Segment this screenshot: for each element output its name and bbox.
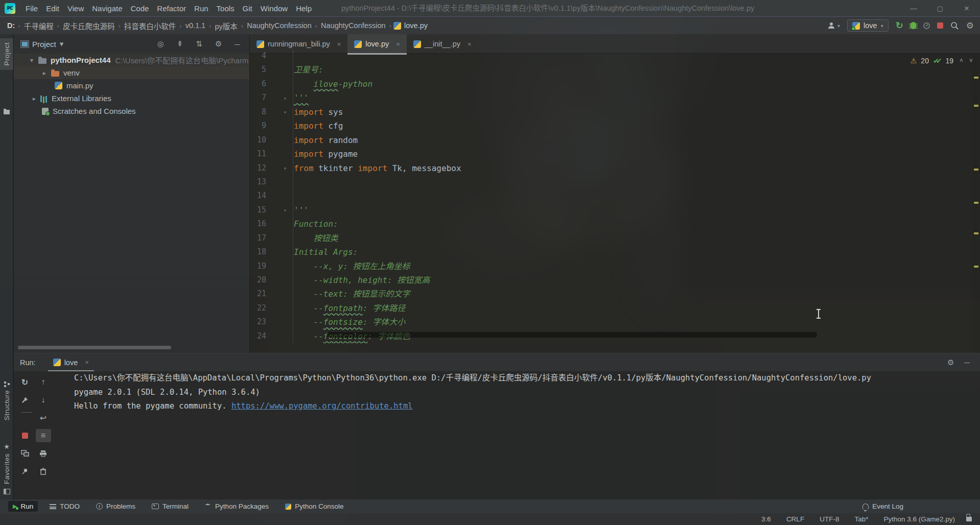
menu-navigate[interactable]: Navigate bbox=[88, 4, 126, 13]
up-stacktrace-button[interactable]: ↑ bbox=[36, 375, 51, 389]
tab-close-icon[interactable]: × bbox=[396, 40, 400, 48]
code-line[interactable]: --fontpath: 字体路径 bbox=[294, 301, 970, 315]
breadcrumb-file[interactable]: love.py bbox=[393, 21, 428, 30]
code-line[interactable]: --fontsize: 字体大小 bbox=[294, 315, 970, 329]
tree-row-scratches[interactable]: Scratches and Consoles bbox=[14, 105, 249, 117]
code-line[interactable] bbox=[294, 189, 970, 203]
line-ending[interactable]: CRLF bbox=[786, 515, 804, 523]
menu-edit[interactable]: Edit bbox=[42, 4, 63, 13]
debug-button[interactable] bbox=[911, 22, 916, 29]
menu-view[interactable]: View bbox=[63, 4, 88, 13]
project-horizontal-scrollbar[interactable] bbox=[18, 346, 171, 349]
run-settings-gear-icon[interactable]: ⚙ bbox=[947, 358, 954, 367]
pygame-contribute-link[interactable]: https://www.pygame.org/contribute.html bbox=[231, 401, 413, 411]
scroll-from-source-icon[interactable]: ⇅ bbox=[196, 39, 202, 49]
breadcrumb-item-3[interactable]: v0.1.1 bbox=[184, 21, 207, 30]
menu-file[interactable]: File bbox=[21, 4, 42, 13]
rerun-program-button[interactable]: ↻ bbox=[17, 375, 33, 389]
editor-horizontal-scrollbar[interactable] bbox=[326, 332, 817, 338]
menu-help[interactable]: Help bbox=[292, 4, 316, 13]
menu-code[interactable]: Code bbox=[126, 4, 153, 13]
run-tab-close-icon[interactable]: × bbox=[85, 359, 89, 366]
fold-marker-icon[interactable]: ▾ bbox=[284, 161, 287, 175]
code-line[interactable]: import random bbox=[294, 133, 970, 147]
hide-panel-icon[interactable]: ─ bbox=[235, 40, 240, 49]
tree-row-external-libraries[interactable]: ▸ External Libraries bbox=[14, 92, 249, 105]
menu-run[interactable]: Run bbox=[190, 4, 213, 13]
stop-process-button[interactable] bbox=[17, 429, 33, 442]
stripe-structure-button[interactable]: Structure bbox=[0, 381, 13, 420]
file-encoding[interactable]: UTF-8 bbox=[820, 515, 839, 523]
indent-style[interactable]: Tab* bbox=[854, 515, 868, 523]
code-line[interactable]: ''' bbox=[294, 91, 970, 105]
code-line[interactable]: import pygame bbox=[294, 147, 970, 161]
toolwin-run-button[interactable]: ▶ Run bbox=[8, 501, 38, 512]
close-button[interactable]: ✕ bbox=[953, 5, 980, 12]
python-interpreter[interactable]: Python 3.6 (Game2.py) bbox=[883, 515, 955, 523]
tool-window-toggle-icon[interactable] bbox=[4, 489, 10, 494]
toolwin-terminal-button[interactable]: Terminal bbox=[147, 501, 193, 512]
clear-console-button[interactable] bbox=[36, 465, 51, 478]
code-line[interactable]: from tkinter import Tk, messagebox bbox=[294, 161, 970, 175]
scroll-to-end-button[interactable]: ≡ bbox=[36, 429, 51, 442]
caret-position[interactable]: 3:6 bbox=[761, 515, 771, 523]
breadcrumb-item-4[interactable]: py版本 bbox=[214, 20, 239, 31]
menu-git[interactable]: Git bbox=[239, 4, 256, 13]
breadcrumb-item-2[interactable]: 抖音表白小软件 bbox=[123, 20, 178, 31]
modify-run-config-button[interactable] bbox=[17, 393, 33, 407]
run-console-output[interactable]: C:\Users\你不配拥有这台电脑\AppData\Local\Program… bbox=[61, 371, 972, 495]
tree-row-main-py[interactable]: main.py bbox=[14, 79, 249, 92]
stripe-favorites-button[interactable]: ★ Favorites bbox=[0, 443, 13, 484]
code-line[interactable]: 按钮类 bbox=[294, 231, 970, 245]
code-line[interactable]: --text: 按钮显示的文字 bbox=[294, 287, 970, 301]
profiler-button[interactable] bbox=[923, 22, 930, 29]
stripe-project-button[interactable]: Project bbox=[0, 38, 13, 70]
breadcrumb-item-5[interactable]: NaughtyConfession bbox=[245, 21, 313, 30]
code-line[interactable]: Function: bbox=[294, 217, 970, 231]
toolwin-python-console-button[interactable]: Python Console bbox=[281, 501, 348, 512]
code-line[interactable]: import sys bbox=[294, 105, 970, 119]
tab-close-icon[interactable]: × bbox=[468, 40, 472, 48]
run-tab-love[interactable]: love × bbox=[50, 353, 92, 371]
toolwin-todo-button[interactable]: TODO bbox=[45, 501, 84, 512]
code-line[interactable]: Initial Args: bbox=[294, 245, 970, 259]
show-running-list-button[interactable] bbox=[17, 447, 33, 460]
project-panel-title[interactable]: Project bbox=[32, 40, 56, 49]
toolwin-problems-button[interactable]: ! Problems bbox=[91, 501, 140, 512]
breadcrumb-item-6[interactable]: NaughtyConfession bbox=[319, 21, 387, 30]
code-line[interactable]: ''' bbox=[294, 203, 970, 217]
settings-gear-icon[interactable]: ⚙ bbox=[966, 21, 974, 30]
menu-window[interactable]: Window bbox=[256, 4, 292, 13]
user-account-button[interactable]: ▾ bbox=[827, 21, 840, 30]
minimize-button[interactable]: — bbox=[900, 5, 927, 12]
code-line[interactable]: ilove-python bbox=[294, 77, 970, 91]
code-line[interactable]: 卫星号: bbox=[294, 63, 970, 77]
run-configuration-select[interactable]: love ▾ bbox=[847, 19, 889, 32]
code-line[interactable]: import cfg bbox=[294, 119, 970, 133]
code-line[interactable]: --width, height: 按钮宽高 bbox=[294, 273, 970, 287]
fold-marker-icon[interactable]: ▾ bbox=[284, 203, 287, 217]
pin-tab-button[interactable] bbox=[17, 465, 33, 478]
print-console-button[interactable] bbox=[36, 447, 51, 460]
tree-row-venv[interactable]: ▸ venv bbox=[14, 66, 249, 79]
breadcrumb-item-1[interactable]: 皮卡丘爬虫源码 bbox=[61, 20, 116, 31]
search-everywhere-icon[interactable] bbox=[950, 21, 959, 30]
tree-row-project-root[interactable]: ▾ pythonProject44 C:\Users\你不配拥有这台电脑\Pyc… bbox=[14, 54, 249, 66]
fold-marker-icon[interactable]: ▴ bbox=[284, 91, 287, 105]
event-log-button[interactable]: Event Log bbox=[862, 499, 903, 513]
fold-marker-icon[interactable]: ▾ bbox=[284, 105, 287, 119]
editor-area[interactable]: runningman_bili.py × love.py × __init__.… bbox=[250, 34, 980, 353]
editor-error-stripe[interactable] bbox=[972, 54, 980, 353]
project-settings-gear-icon[interactable]: ⚙ bbox=[215, 39, 222, 49]
breadcrumb-drive[interactable]: D: bbox=[7, 21, 15, 30]
menu-tools[interactable]: Tools bbox=[213, 4, 239, 13]
maximize-button[interactable]: ▢ bbox=[927, 5, 953, 12]
soft-wrap-button[interactable]: ↩ bbox=[36, 411, 51, 424]
stop-button[interactable] bbox=[937, 22, 943, 29]
editor-code[interactable]: 卫星号: ilove-python'''import sysimport cfg… bbox=[294, 49, 970, 343]
readonly-lock-icon[interactable] bbox=[966, 517, 972, 521]
run-hide-panel-icon[interactable]: ─ bbox=[964, 358, 970, 367]
code-line[interactable] bbox=[294, 175, 970, 189]
menu-refactor[interactable]: Refactor bbox=[153, 4, 190, 13]
rerun-button[interactable]: ↻ bbox=[896, 20, 903, 31]
